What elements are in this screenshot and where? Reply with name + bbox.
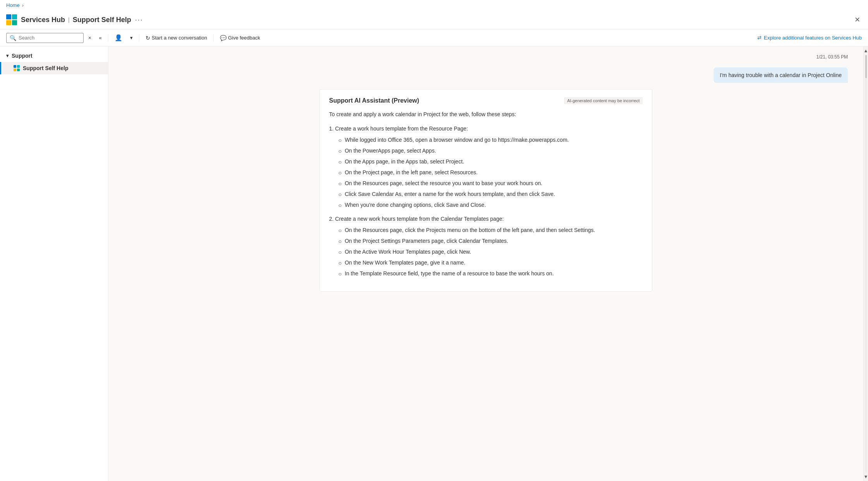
page-title: Support Self Help [73,16,131,24]
chevron-down-icon: ▾ [6,53,9,58]
scroll-up-button[interactable]: ▲ [864,48,868,53]
sidebar-item-support-self-help[interactable]: Support Self Help [0,62,108,74]
feedback-icon: 💬 [220,35,226,41]
step-1-sub-7: When you're done changing options, click… [338,201,643,210]
step-1-sub-2: On the PowerApps page, select Apps. [338,147,643,155]
step-1-sub-1: While logged into Office 365, open a bro… [338,136,643,144]
explore-link[interactable]: ⇄ Explore additional features on Service… [757,35,862,41]
sidebar-group-header[interactable]: ▾ Support [0,50,108,62]
main-layout: ▾ Support Support Self Help 1/21, 03:55 … [0,46,868,481]
step-2-sub-1: On the Resources page, click the Project… [338,226,643,235]
chevron-down-icon: ▾ [130,35,133,41]
scrollbar-thumb[interactable] [865,55,867,78]
step-2-title: 2. Create a new work hours template from… [329,215,643,223]
scrollbar-track[interactable] [865,55,867,472]
step-2-sub-5: In the Template Resource field, type the… [338,270,643,278]
sidebar: ▾ Support Support Self Help [0,46,108,481]
breadcrumb-chevron: › [22,2,24,8]
step-1-title: 1. Create a work hours template from the… [329,125,643,133]
ai-card-header: Support AI Assistant (Preview) AI-genera… [329,97,643,104]
content-wrapper: 1/21, 03:55 PM I'm having trouble with a… [108,46,868,481]
ai-intro-text: To create and apply a work calendar in P… [329,110,643,119]
search-icon: 🔍 [10,35,16,41]
user-message-bubble: I'm having trouble with a calendar in Pr… [714,67,848,83]
step-2-sub-3: On the Active Work Hour Templates page, … [338,248,643,256]
sidebar-item-label: Support Self Help [23,65,68,71]
toolbar: 🔍 × « 👤 ▾ ↻ Start a new conversation 💬 G… [0,29,868,46]
ai-response-card: Support AI Assistant (Preview) AI-genera… [319,89,652,292]
user-icon: 👤 [115,34,122,41]
app-name: Services Hub [21,16,65,24]
user-message: I'm having trouble with a calendar in Pr… [124,67,848,83]
user-icon-button[interactable]: 👤 [112,33,125,43]
new-conversation-button[interactable]: ↻ Start a new conversation [142,33,210,43]
chat-area[interactable]: 1/21, 03:55 PM I'm having trouble with a… [108,46,863,481]
collapse-button[interactable]: « [96,33,105,42]
support-self-help-icon [14,65,20,71]
step-2: 2. Create a new work hours template from… [329,215,643,278]
search-input[interactable] [19,35,73,41]
ai-notice-badge: AI-generated content may be incorrect [564,97,643,104]
clear-icon: × [88,35,91,41]
close-button[interactable]: ✕ [853,14,862,26]
new-conversation-label: Start a new conversation [152,35,207,41]
explore-icon: ⇄ [757,35,762,41]
step-1-sub-6: Click Save Calendar As, enter a name for… [338,190,643,199]
search-box[interactable]: 🔍 [6,33,84,43]
more-options-button[interactable]: ··· [135,16,143,24]
home-link[interactable]: Home [6,2,20,8]
scrollbar-rail: ▲ ▼ [863,46,868,481]
toolbar-separator-2 [139,34,139,42]
step-1-sublist: While logged into Office 365, open a bro… [329,136,643,210]
sidebar-group-support: ▾ Support Support Self Help [0,46,108,77]
toolbar-separator-1 [108,34,108,42]
explore-label: Explore additional features on Services … [764,35,862,41]
dropdown-button[interactable]: ▾ [127,33,136,42]
scroll-down-button[interactable]: ▼ [864,474,868,479]
step-1-sub-4: On the Project page, in the left pane, s… [338,168,643,177]
step-2-sublist: On the Resources page, click the Project… [329,226,643,278]
step-1-sub-5: On the Resources page, select the resour… [338,179,643,188]
breadcrumb: Home › [0,0,868,10]
ai-card-title: Support AI Assistant (Preview) [329,97,419,104]
title-bar: Services Hub | Support Self Help ··· ✕ [0,10,868,29]
step-2-sub-4: On the New Work Templates page, give it … [338,259,643,267]
toolbar-separator-3 [213,34,214,42]
title-divider: | [68,17,70,23]
step-list: 1. Create a work hours template from the… [329,125,643,278]
refresh-icon: ↻ [146,35,150,41]
clear-button[interactable]: × [85,33,94,42]
feedback-label: Give feedback [228,35,260,41]
feedback-button[interactable]: 💬 Give feedback [217,33,263,43]
step-2-sub-2: On the Project Settings Parameters page,… [338,237,643,246]
app-icon [6,14,17,25]
message-timestamp: 1/21, 03:55 PM [124,54,848,60]
step-1-sub-3: On the Apps page, in the Apps tab, selec… [338,158,643,166]
content-area: 1/21, 03:55 PM I'm having trouble with a… [108,46,863,481]
sidebar-group-label: Support [12,53,33,59]
step-1: 1. Create a work hours template from the… [329,125,643,210]
collapse-icon: « [99,35,102,41]
